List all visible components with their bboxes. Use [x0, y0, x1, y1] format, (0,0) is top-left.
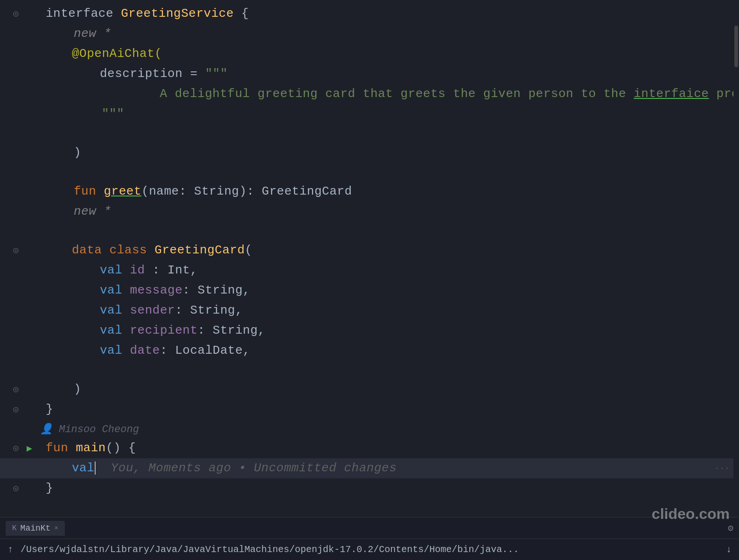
code-content: fun main() { [40, 439, 739, 457]
run-button[interactable]: ▶ [27, 442, 32, 454]
code-content: new * [68, 25, 739, 43]
code-line: ▶fun main() { [0, 438, 739, 458]
gutter [0, 386, 22, 393]
code-line [0, 124, 739, 143]
code-line: """ [0, 104, 739, 124]
code-content: interface GreetingService { [40, 5, 739, 23]
code-content: ) [68, 380, 739, 399]
code-content: A delightful greeting card that greets t… [124, 85, 739, 103]
scroll-down-button[interactable]: ↓ [726, 544, 732, 555]
code-line: val message: String, [0, 280, 739, 301]
code-line: 👤 Minsoo Cheong [0, 420, 739, 438]
fold-icon[interactable] [12, 445, 20, 452]
code-line: new * [0, 202, 739, 222]
code-line: } [0, 478, 739, 498]
code-line: A delightful greeting card that greets t… [0, 84, 739, 104]
code-content: """ [96, 105, 739, 123]
gutter [0, 485, 22, 492]
user-info: 👤 Minsoo Cheong [40, 421, 139, 437]
tab-label: MainKt [21, 524, 51, 533]
code-content: val id : Int, [94, 261, 739, 280]
code-content: val sender: String, [94, 301, 739, 320]
code-line: ) [0, 143, 739, 163]
tab-bar: K MainKt × ⚙ [0, 517, 739, 539]
run-button-area[interactable]: ▶ [22, 442, 36, 454]
code-content: val You, Moments ago • Uncommitted chang… [66, 459, 739, 477]
code-area[interactable]: interface GreetingService {new *@OpenAiC… [0, 0, 739, 517]
code-line: val You, Moments ago • Uncommitted chang… [0, 458, 739, 478]
gear-icon[interactable]: ⚙ [728, 522, 733, 534]
code-content: val date: LocalDate, [94, 342, 739, 360]
scroll-up-button[interactable]: ↑ [7, 544, 13, 555]
code-line [0, 222, 739, 240]
fold-icon[interactable] [12, 485, 20, 492]
kotlin-icon: K [12, 524, 17, 532]
status-path: /Users/wjdalstn/Library/Java/JavaVirtual… [21, 544, 718, 555]
scrollbar-thumb[interactable] [734, 26, 738, 67]
code-lines: interface GreetingService {new *@OpenAiC… [0, 0, 739, 502]
code-content: ) [68, 144, 739, 162]
code-content: } [40, 400, 739, 419]
line-options-dots[interactable]: ··· [715, 464, 730, 473]
gutter [0, 406, 22, 413]
gutter [0, 10, 22, 18]
code-scrollbar[interactable] [733, 0, 739, 517]
fold-icon[interactable] [12, 386, 20, 393]
status-bar: ↑ /Users/wjdalstn/Library/Java/JavaVirtu… [0, 539, 739, 560]
tab-close-button[interactable]: × [54, 525, 58, 532]
tab-mainkt[interactable]: K MainKt × [6, 521, 65, 536]
code-content: new * [68, 203, 739, 221]
editor-container: interface GreetingService {new *@OpenAiC… [0, 0, 739, 560]
code-line: val recipient: String, [0, 321, 739, 341]
code-line: new * [0, 24, 739, 44]
code-line: val id : Int, [0, 260, 739, 280]
code-line: val date: LocalDate, [0, 341, 739, 361]
code-line: } [0, 399, 739, 420]
code-content: val recipient: String, [94, 322, 739, 340]
fold-icon[interactable] [12, 247, 20, 254]
code-line [0, 163, 739, 182]
code-line: interface GreetingService { [0, 4, 739, 24]
code-line: ) [0, 379, 739, 399]
code-content: val message: String, [94, 281, 739, 300]
code-line [0, 361, 739, 379]
code-line: val sender: String, [0, 301, 739, 321]
code-line: @OpenAiChat( [0, 44, 739, 64]
gutter [0, 445, 22, 452]
code-line: description = """ [0, 64, 739, 84]
code-line: fun greet(name: String): GreetingCard [0, 182, 739, 202]
code-line: data class GreetingCard( [0, 240, 739, 260]
fold-icon[interactable] [12, 10, 20, 18]
fold-icon[interactable] [12, 406, 20, 413]
code-content: fun greet(name: String): GreetingCard [68, 182, 739, 201]
gutter [0, 247, 22, 254]
code-content: description = """ [94, 65, 739, 83]
code-content: data class GreetingCard( [66, 241, 739, 259]
code-content: } [40, 479, 739, 497]
code-content: @OpenAiChat( [66, 45, 739, 63]
